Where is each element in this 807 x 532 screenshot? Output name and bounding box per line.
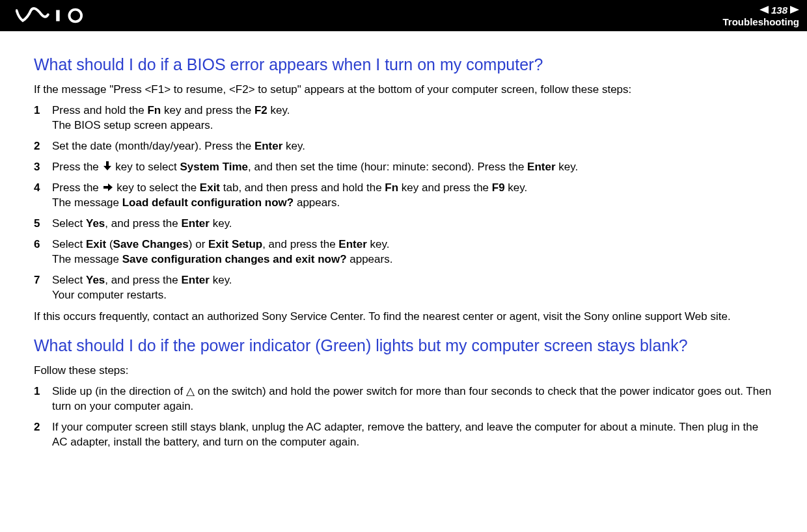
step-item: 3 Press the key to select System Time, a… <box>34 160 773 175</box>
step-body: Select Yes, and press the Enter key. <box>52 217 773 232</box>
step-number: 4 <box>34 181 52 211</box>
header-bar: 138 Troubleshooting <box>0 0 807 31</box>
nav-next-icon[interactable] <box>790 6 799 14</box>
step-number: 1 <box>34 384 52 414</box>
section2: What should I do if the power indicator … <box>34 336 773 450</box>
svg-rect-6 <box>103 186 108 189</box>
step-body: Select Yes, and press the Enter key. You… <box>52 273 773 303</box>
step-number: 6 <box>34 237 52 267</box>
step-body: If your computer screen still stays blan… <box>52 420 773 450</box>
svg-marker-5 <box>103 166 111 170</box>
nav-prev-icon[interactable] <box>759 6 769 14</box>
svg-rect-0 <box>56 10 59 21</box>
section1-footer: If this occurs frequently, contact an au… <box>34 310 773 324</box>
svg-marker-2 <box>759 6 769 14</box>
header-nav: 138 Troubleshooting <box>723 5 800 27</box>
page-content: What should I do if a BIOS error appears… <box>0 31 807 450</box>
section1-intro: If the message "Press <F1> to resume, <F… <box>34 83 773 97</box>
section1-steps: 1 Press and hold the Fn key and press th… <box>34 103 773 302</box>
step-item: 4 Press the key to select the Exit tab, … <box>34 181 773 211</box>
step-item: 1 Press and hold the Fn key and press th… <box>34 103 773 133</box>
step-number: 2 <box>34 139 52 154</box>
arrow-right-icon <box>103 181 113 196</box>
svg-marker-3 <box>790 6 799 14</box>
step-item: 7 Select Yes, and press the Enter key. Y… <box>34 273 773 303</box>
svg-rect-4 <box>106 161 109 166</box>
step-number: 1 <box>34 103 52 133</box>
arrow-down-icon <box>103 160 111 175</box>
step-item: 6 Select Exit (Save Changes) or Exit Set… <box>34 237 773 267</box>
step-number: 3 <box>34 160 52 175</box>
step-body: Press the key to select the Exit tab, an… <box>52 181 773 211</box>
page-nav: 138 <box>759 5 799 16</box>
vaio-logo <box>16 7 107 25</box>
svg-marker-7 <box>108 183 113 191</box>
step-item: 1 Slide up (in the direction of △ on the… <box>34 384 773 414</box>
step-number: 7 <box>34 273 52 303</box>
step-item: 2 If your computer screen still stays bl… <box>34 420 773 450</box>
section1-heading: What should I do if a BIOS error appears… <box>34 55 773 75</box>
step-number: 2 <box>34 420 52 450</box>
section-label: Troubleshooting <box>723 16 800 27</box>
step-number: 5 <box>34 217 52 232</box>
section2-intro: Follow these steps: <box>34 364 773 378</box>
section2-heading: What should I do if the power indicator … <box>34 336 773 356</box>
section2-steps: 1 Slide up (in the direction of △ on the… <box>34 384 773 450</box>
page-number: 138 <box>771 5 787 16</box>
step-body: Slide up (in the direction of △ on the s… <box>52 384 773 414</box>
step-item: 5 Select Yes, and press the Enter key. <box>34 217 773 232</box>
step-body: Select Exit (Save Changes) or Exit Setup… <box>52 237 773 267</box>
step-body: Press the key to select System Time, and… <box>52 160 773 175</box>
step-body: Press and hold the Fn key and press the … <box>52 103 773 133</box>
step-body: Set the date (month/day/year). Press the… <box>52 139 773 154</box>
svg-point-1 <box>69 10 81 22</box>
step-item: 2 Set the date (month/day/year). Press t… <box>34 139 773 154</box>
